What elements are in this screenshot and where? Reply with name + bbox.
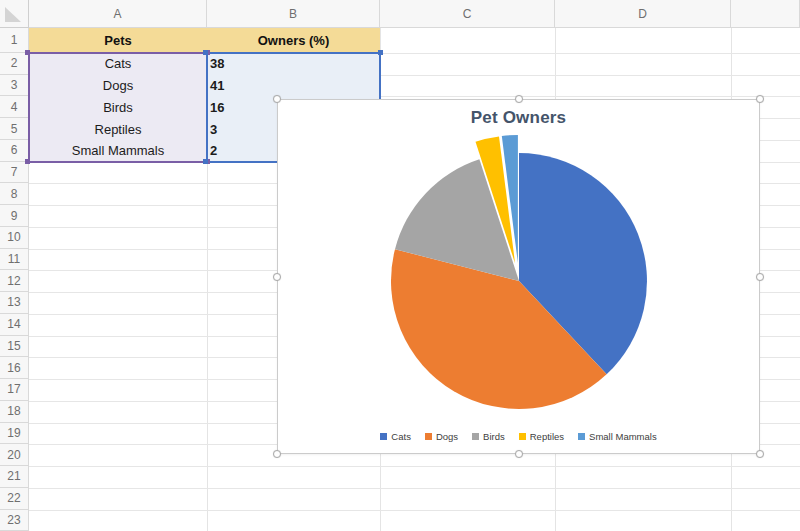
legend-item-reptiles[interactable]: Reptiles (519, 431, 564, 442)
row-header-4[interactable]: 4 (0, 96, 29, 118)
cell-A1-pets-header[interactable]: Pets (29, 28, 207, 53)
pie-chart-svg (278, 100, 761, 455)
row-header-9[interactable]: 9 (0, 205, 29, 227)
legend-label: Small Mammals (589, 431, 657, 442)
chart-resize-handle-se[interactable] (756, 450, 764, 458)
row-header-19[interactable]: 19 (0, 423, 29, 445)
row-header-2[interactable]: 2 (0, 53, 29, 75)
legend-swatch-icon (425, 433, 432, 440)
legend-swatch-icon (380, 433, 387, 440)
chart-resize-handle-sw[interactable] (273, 450, 281, 458)
legend-item-birds[interactable]: Birds (472, 431, 505, 442)
row-header-8[interactable]: 8 (0, 183, 29, 205)
column-header-B[interactable]: B (207, 0, 380, 28)
chart-resize-handle-e[interactable] (756, 273, 764, 281)
legend-item-cats[interactable]: Cats (380, 431, 411, 442)
legend-label: Dogs (436, 431, 458, 442)
range-fill-handle[interactable] (378, 50, 383, 55)
row-header-7[interactable]: 7 (0, 162, 29, 184)
legend-item-small-mammals[interactable]: Small Mammals (578, 431, 657, 442)
chart-resize-handle-nw[interactable] (273, 95, 281, 103)
column-header-E[interactable] (731, 0, 800, 28)
row-header-21[interactable]: 21 (0, 466, 29, 488)
chart-resize-handle-w[interactable] (273, 273, 281, 281)
legend-label: Birds (483, 431, 505, 442)
row-header-12[interactable]: 12 (0, 270, 29, 292)
range-fill-handle[interactable] (203, 159, 208, 164)
row-header-10[interactable]: 10 (0, 227, 29, 249)
legend-label: Reptiles (530, 431, 564, 442)
chart-resize-handle-ne[interactable] (756, 95, 764, 103)
range-fill-handle[interactable] (203, 50, 208, 55)
legend-swatch-icon (472, 433, 479, 440)
range-fill-handle[interactable] (25, 159, 30, 164)
row-header-15[interactable]: 15 (0, 336, 29, 358)
row-header-11[interactable]: 11 (0, 249, 29, 271)
row-header-17[interactable]: 17 (0, 379, 29, 401)
row-header-16[interactable]: 16 (0, 357, 29, 379)
chart-container[interactable]: Pet OwnersCatsDogsBirdsReptilesSmall Mam… (277, 99, 760, 454)
spreadsheet: ABCD123456789101112131415161718192021222… (0, 0, 800, 531)
row-header-3[interactable]: 3 (0, 75, 29, 97)
range-fill-handle[interactable] (25, 50, 30, 55)
legend-swatch-icon (519, 433, 526, 440)
chart-resize-handle-s[interactable] (515, 450, 523, 458)
row-header-22[interactable]: 22 (0, 488, 29, 510)
selection-border-categories (28, 52, 208, 163)
gridline (29, 510, 800, 511)
column-header-C[interactable]: C (380, 0, 555, 28)
legend-swatch-icon (578, 433, 585, 440)
row-header-20[interactable]: 20 (0, 444, 29, 466)
gridline (29, 466, 800, 467)
row-header-13[interactable]: 13 (0, 292, 29, 314)
select-all-triangle-icon (5, 7, 21, 22)
row-header-14[interactable]: 14 (0, 314, 29, 336)
chart-legend[interactable]: CatsDogsBirdsReptilesSmall Mammals (278, 431, 759, 442)
row-header-23[interactable]: 23 (0, 510, 29, 531)
row-header-5[interactable]: 5 (0, 118, 29, 140)
legend-label: Cats (391, 431, 411, 442)
column-header-A[interactable]: A (29, 0, 207, 28)
select-all-corner[interactable] (0, 0, 29, 28)
legend-item-dogs[interactable]: Dogs (425, 431, 458, 442)
cell-B1-owners-header[interactable]: Owners (%) (207, 28, 380, 53)
gridline (29, 488, 800, 489)
chart-resize-handle-n[interactable] (515, 95, 523, 103)
column-header-D[interactable]: D (555, 0, 731, 28)
row-header-18[interactable]: 18 (0, 401, 29, 423)
